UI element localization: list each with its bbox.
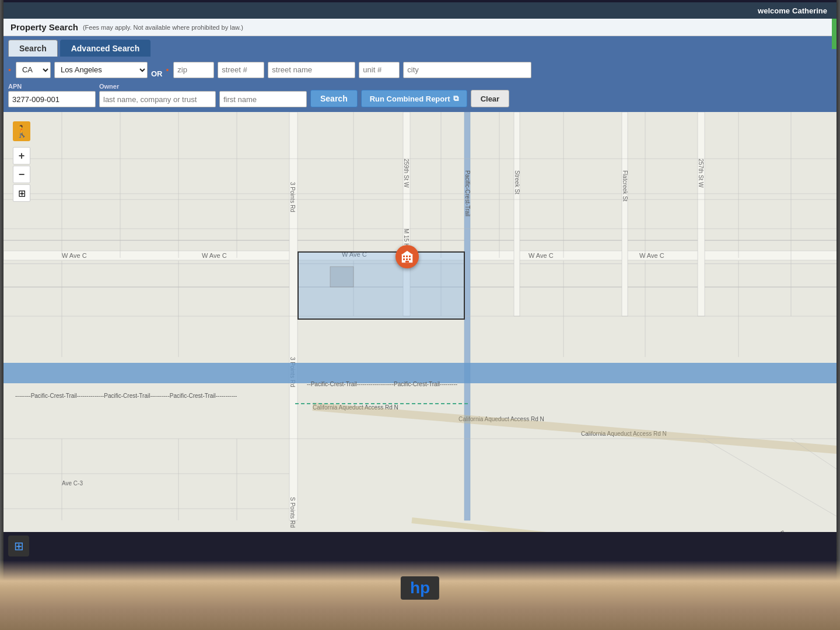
search-row2: APN Owner Search Run Combined Report ⧉ C…	[4, 80, 836, 112]
svg-text:Flatcreek St: Flatcreek St	[622, 170, 628, 202]
svg-rect-70	[403, 256, 405, 257]
svg-rect-0	[4, 112, 836, 560]
tab-search[interactable]: Search	[8, 40, 58, 57]
svg-rect-74	[406, 258, 408, 260]
svg-rect-48	[298, 252, 464, 319]
run-combined-report-button[interactable]: Run Combined Report ⧉	[361, 90, 467, 107]
apn-label: APN	[8, 83, 96, 90]
property-marker[interactable]	[396, 245, 419, 268]
search-row1: • CA NY TX FL Los Angeles OR •	[4, 57, 836, 80]
city-input[interactable]	[403, 62, 531, 78]
taskbar: ⊞	[4, 532, 836, 560]
county-select[interactable]: Los Angeles	[54, 62, 148, 78]
run-report-icon: ⧉	[453, 94, 459, 103]
search-button[interactable]: Search	[310, 90, 358, 107]
apn-input[interactable]	[8, 91, 96, 107]
svg-rect-75	[409, 258, 411, 260]
owner-group: Owner	[99, 83, 307, 107]
svg-text:--------Pacific-Crest-Trail---: --------Pacific-Crest-Trail-------------…	[15, 393, 237, 399]
green-accent	[832, 19, 836, 49]
last-name-input[interactable]	[99, 91, 216, 107]
svg-text:W Ave C: W Ave C	[202, 252, 227, 259]
svg-text:--Pacific-Crest-Trail---------: --Pacific-Crest-Trail-------------------…	[307, 381, 457, 387]
page-title: Property Search	[10, 22, 78, 32]
run-report-label: Run Combined Report	[370, 94, 450, 103]
tabs-row: Search Advanced Search	[4, 36, 836, 57]
svg-text:3 Points Rd: 3 Points Rd	[289, 182, 296, 212]
street-name-input[interactable]	[268, 62, 355, 78]
first-name-input[interactable]	[219, 91, 307, 107]
start-icon: ⊞	[14, 539, 24, 553]
owner-label: Owner	[99, 83, 307, 90]
tab-advanced-search[interactable]: Advanced Search	[60, 40, 151, 57]
street-num-input[interactable]	[218, 62, 264, 78]
map-container[interactable]: W Ave C W Ave C W Ave C W Ave C W Ave C …	[4, 112, 836, 560]
building-icon	[400, 250, 414, 264]
map-controls: 🚶 + − ⊞	[13, 121, 30, 202]
fees-note: (Fees may apply. Not available where pro…	[83, 24, 243, 31]
svg-rect-21	[622, 112, 628, 316]
dot-zip: •	[166, 65, 169, 75]
hp-logo: hp	[401, 576, 439, 600]
state-select[interactable]: CA NY TX FL	[16, 62, 51, 78]
unit-input[interactable]	[359, 62, 400, 78]
layers-icon: ⊞	[18, 188, 26, 199]
svg-rect-49	[330, 267, 354, 287]
welcome-text: welcome	[758, 6, 790, 15]
person-icon: 🚶	[15, 124, 29, 138]
or-label: OR	[151, 61, 163, 78]
zip-input[interactable]	[173, 62, 214, 78]
svg-text:Ave C-3: Ave C-3	[62, 480, 83, 487]
zoom-in-button[interactable]: +	[13, 147, 30, 164]
svg-text:W Ave C: W Ave C	[639, 252, 664, 259]
layers-button[interactable]: ⊞	[13, 184, 30, 202]
map-svg: W Ave C W Ave C W Ave C W Ave C W Ave C …	[4, 112, 836, 560]
svg-marker-77	[401, 251, 413, 255]
svg-text:W Ave C: W Ave C	[62, 252, 87, 259]
user-name: Catherine	[792, 6, 827, 15]
svg-rect-23	[698, 112, 705, 316]
dot-state: •	[8, 65, 11, 75]
svg-text:S Points Rd: S Points Rd	[289, 497, 296, 528]
clear-button[interactable]: Clear	[471, 90, 510, 107]
zoom-out-button[interactable]: −	[13, 166, 30, 183]
streetview-button[interactable]: 🚶	[13, 121, 30, 141]
svg-text:Streek St: Streek St	[514, 170, 520, 194]
svg-text:259th St W: 259th St W	[403, 159, 410, 188]
svg-rect-72	[409, 256, 411, 257]
start-button[interactable]: ⊞	[8, 536, 29, 556]
apn-group: APN	[8, 83, 96, 107]
svg-text:257th St W: 257th St W	[698, 159, 704, 188]
svg-rect-19	[514, 112, 520, 316]
svg-rect-71	[406, 256, 408, 257]
svg-rect-76	[405, 261, 409, 262]
svg-rect-73	[403, 258, 405, 260]
top-bar: welcome Catherine	[4, 2, 836, 19]
svg-text:Pacific-Crest-Trail: Pacific-Crest-Trail	[464, 170, 471, 216]
svg-rect-50	[4, 363, 836, 383]
svg-text:W Ave C: W Ave C	[528, 252, 554, 259]
